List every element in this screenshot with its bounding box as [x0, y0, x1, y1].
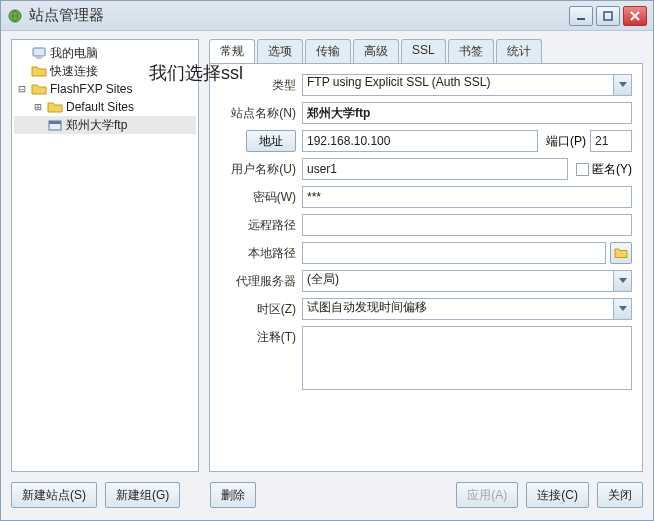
close-button[interactable] — [623, 6, 647, 26]
anonymous-checkbox[interactable]: 匿名(Y) — [576, 161, 632, 178]
site-name-label: 站点名称(N) — [216, 105, 302, 122]
address-button[interactable]: 地址 — [246, 130, 296, 152]
site-manager-window: 站点管理器 我的电脑 快速连接 ⊟ FlashFXP Sites ⊞ — [0, 0, 654, 521]
maximize-button[interactable] — [596, 6, 620, 26]
remote-path-input[interactable] — [302, 214, 632, 236]
app-icon — [7, 8, 23, 24]
tab-body: 类型 FTP using Explicit SSL (Auth SSL) 站点名… — [209, 63, 643, 472]
svg-rect-3 — [33, 48, 45, 56]
tree-label: 我的电脑 — [50, 45, 98, 62]
site-tree[interactable]: 我的电脑 快速连接 ⊟ FlashFXP Sites ⊞ Default Sit… — [11, 39, 199, 472]
tab-label: 选项 — [268, 44, 292, 58]
tab-general[interactable]: 常规 — [209, 39, 255, 63]
button-label: 连接(C) — [537, 487, 578, 504]
timezone-select[interactable]: 试图自动发现时间偏移 — [302, 298, 632, 320]
close-window-button[interactable]: 关闭 — [597, 482, 643, 508]
tree-label: FlashFXP Sites — [50, 82, 132, 96]
site-name-input[interactable] — [302, 102, 632, 124]
password-label: 密码(W) — [216, 189, 302, 206]
tab-label: SSL — [412, 43, 435, 57]
collapse-icon[interactable]: ⊟ — [16, 82, 28, 96]
folder-icon — [47, 100, 63, 114]
tab-label: 常规 — [220, 44, 244, 58]
folder-icon — [31, 64, 47, 78]
button-label: 应用(A) — [467, 487, 507, 504]
chevron-down-icon — [613, 271, 631, 291]
expand-icon[interactable]: ⊞ — [32, 100, 44, 114]
tab-options[interactable]: 选项 — [257, 39, 303, 63]
tab-strip: 常规 选项 传输 高级 SSL 书签 统计 — [209, 39, 643, 63]
bottom-toolbar: 新建站点(S) 新建组(G) 删除 应用(A) 连接(C) 关闭 — [11, 480, 643, 510]
svg-rect-1 — [577, 18, 585, 20]
tree-item-computer[interactable]: 我的电脑 — [14, 44, 196, 62]
folder-icon — [614, 247, 628, 259]
minimize-button[interactable] — [569, 6, 593, 26]
tab-bookmarks[interactable]: 书签 — [448, 39, 494, 63]
delete-button[interactable]: 删除 — [210, 482, 256, 508]
button-label: 删除 — [221, 487, 245, 504]
tab-label: 统计 — [507, 44, 531, 58]
button-label: 地址 — [259, 133, 283, 150]
username-label: 用户名称(U) — [216, 161, 302, 178]
browse-button[interactable] — [610, 242, 632, 264]
timezone-label: 时区(Z) — [216, 301, 302, 318]
proxy-select[interactable]: (全局) — [302, 270, 632, 292]
tab-label: 书签 — [459, 44, 483, 58]
svg-rect-4 — [36, 57, 42, 59]
tab-stats[interactable]: 统计 — [496, 39, 542, 63]
form-panel: 我们选择ssl 常规 选项 传输 高级 SSL 书签 统计 类型 FTP usi… — [209, 39, 643, 472]
apply-button[interactable]: 应用(A) — [456, 482, 518, 508]
button-label: 关闭 — [608, 487, 632, 504]
password-input[interactable] — [302, 186, 632, 208]
window-title: 站点管理器 — [29, 6, 566, 25]
folder-icon — [31, 82, 47, 96]
select-value: (全局) — [307, 272, 339, 286]
chevron-down-icon — [613, 299, 631, 319]
notes-textarea[interactable] — [302, 326, 632, 390]
tab-advanced[interactable]: 高级 — [353, 39, 399, 63]
button-label: 新建组(G) — [116, 487, 169, 504]
tree-item-default[interactable]: ⊞ Default Sites — [14, 98, 196, 116]
tab-ssl[interactable]: SSL — [401, 39, 446, 63]
checkbox-icon — [576, 163, 589, 176]
remote-path-label: 远程路径 — [216, 217, 302, 234]
tree-label: 郑州大学ftp — [66, 117, 127, 134]
new-site-button[interactable]: 新建站点(S) — [11, 482, 97, 508]
annotation-text: 我们选择ssl — [149, 61, 243, 85]
tab-label: 传输 — [316, 44, 340, 58]
connect-button[interactable]: 连接(C) — [526, 482, 589, 508]
local-path-label: 本地路径 — [216, 245, 302, 262]
svg-rect-6 — [49, 121, 61, 124]
local-path-input[interactable] — [302, 242, 606, 264]
svg-rect-2 — [604, 12, 612, 20]
username-input[interactable] — [302, 158, 568, 180]
titlebar: 站点管理器 — [1, 1, 653, 31]
tree-label: 快速连接 — [50, 63, 98, 80]
port-input[interactable] — [590, 130, 632, 152]
notes-label: 注释(T) — [216, 326, 302, 346]
tree-label: Default Sites — [66, 100, 134, 114]
port-label: 端口(P) — [546, 133, 586, 150]
connection-type-select[interactable]: FTP using Explicit SSL (Auth SSL) — [302, 74, 632, 96]
button-label: 新建站点(S) — [22, 487, 86, 504]
select-value: FTP using Explicit SSL (Auth SSL) — [307, 75, 490, 89]
site-icon — [47, 118, 63, 132]
tab-transfer[interactable]: 传输 — [305, 39, 351, 63]
proxy-label: 代理服务器 — [216, 273, 302, 290]
tree-item-site[interactable]: 郑州大学ftp — [14, 116, 196, 134]
new-group-button[interactable]: 新建组(G) — [105, 482, 180, 508]
anonymous-label: 匿名(Y) — [592, 161, 632, 178]
chevron-down-icon — [613, 75, 631, 95]
address-input[interactable] — [302, 130, 538, 152]
tab-label: 高级 — [364, 44, 388, 58]
computer-icon — [31, 46, 47, 60]
select-value: 试图自动发现时间偏移 — [307, 300, 427, 314]
